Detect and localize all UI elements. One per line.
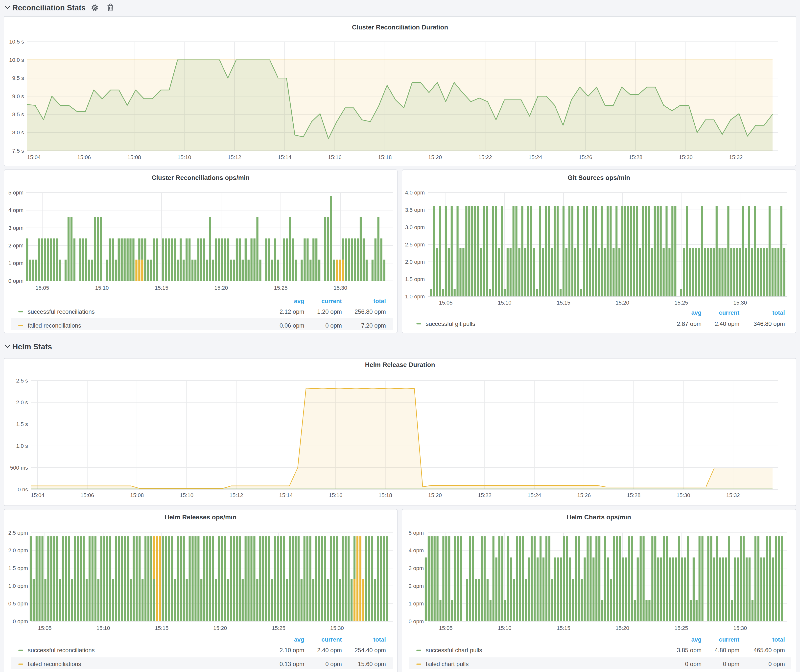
svg-text:avg: avg bbox=[294, 636, 304, 643]
svg-text:15:24: 15:24 bbox=[527, 492, 541, 498]
svg-text:successful chart pulls: successful chart pulls bbox=[426, 647, 482, 653]
svg-text:1.5 s: 1.5 s bbox=[16, 421, 28, 427]
svg-text:15:30: 15:30 bbox=[679, 154, 693, 160]
svg-text:15:20: 15:20 bbox=[214, 285, 228, 291]
svg-text:2 opm: 2 opm bbox=[8, 242, 24, 249]
svg-text:15:06: 15:06 bbox=[80, 492, 94, 498]
svg-text:15:15: 15:15 bbox=[155, 285, 168, 291]
svg-text:15:25: 15:25 bbox=[674, 625, 688, 631]
svg-text:500 ms: 500 ms bbox=[10, 465, 28, 471]
svg-text:Helm Stats: Helm Stats bbox=[12, 342, 52, 351]
svg-text:4.80 opm: 4.80 opm bbox=[715, 647, 739, 653]
svg-text:15:12: 15:12 bbox=[230, 492, 243, 498]
svg-text:8.0 s: 8.0 s bbox=[12, 130, 24, 136]
svg-text:15:18: 15:18 bbox=[379, 492, 392, 498]
svg-text:346.80 opm: 346.80 opm bbox=[754, 320, 785, 327]
svg-text:0 opm: 0 opm bbox=[325, 661, 342, 667]
svg-text:successful reconciliations: successful reconciliations bbox=[28, 647, 95, 653]
svg-text:4.0 opm: 4.0 opm bbox=[405, 190, 425, 196]
svg-text:2.5 opm: 2.5 opm bbox=[8, 530, 28, 536]
svg-text:1.5 opm: 1.5 opm bbox=[405, 276, 425, 282]
svg-text:2.87 opm: 2.87 opm bbox=[677, 320, 702, 327]
svg-text:15:05: 15:05 bbox=[35, 285, 49, 291]
svg-text:2.10 opm: 2.10 opm bbox=[280, 647, 304, 653]
svg-text:current: current bbox=[719, 309, 739, 316]
svg-text:0.5 opm: 0.5 opm bbox=[8, 600, 28, 607]
svg-text:15.60 opm: 15.60 opm bbox=[358, 661, 386, 667]
svg-text:15:30: 15:30 bbox=[733, 625, 747, 631]
svg-text:successful reconciliations: successful reconciliations bbox=[28, 308, 95, 315]
svg-text:15:25: 15:25 bbox=[674, 300, 688, 306]
svg-text:15:14: 15:14 bbox=[278, 154, 291, 160]
svg-text:15:05: 15:05 bbox=[439, 625, 453, 631]
svg-text:15:08: 15:08 bbox=[127, 154, 141, 160]
svg-text:0.06 opm: 0.06 opm bbox=[280, 322, 304, 329]
svg-text:7.20 opm: 7.20 opm bbox=[361, 322, 386, 329]
svg-text:2.5 s: 2.5 s bbox=[16, 378, 28, 384]
svg-text:15:20: 15:20 bbox=[428, 154, 442, 160]
svg-text:15:08: 15:08 bbox=[130, 492, 144, 498]
svg-text:failed reconciliations: failed reconciliations bbox=[28, 322, 81, 329]
svg-text:15:16: 15:16 bbox=[329, 492, 342, 498]
svg-text:8.5 s: 8.5 s bbox=[12, 111, 24, 118]
svg-text:15:25: 15:25 bbox=[272, 625, 285, 631]
svg-text:2.40 opm: 2.40 opm bbox=[317, 647, 342, 653]
svg-text:3.0 opm: 3.0 opm bbox=[405, 224, 425, 230]
svg-text:4 opm: 4 opm bbox=[409, 547, 424, 554]
svg-text:2 opm: 2 opm bbox=[409, 583, 424, 589]
svg-text:15:25: 15:25 bbox=[274, 285, 288, 291]
svg-text:2.0 opm: 2.0 opm bbox=[8, 547, 28, 554]
svg-text:total: total bbox=[373, 298, 386, 304]
svg-text:254.40 opm: 254.40 opm bbox=[355, 647, 386, 653]
svg-text:2.40 opm: 2.40 opm bbox=[715, 320, 739, 327]
svg-text:15:30: 15:30 bbox=[733, 300, 747, 306]
svg-text:15:22: 15:22 bbox=[478, 154, 492, 160]
svg-text:15:04: 15:04 bbox=[31, 492, 44, 498]
svg-text:2.0 s: 2.0 s bbox=[16, 399, 28, 406]
svg-text:15:26: 15:26 bbox=[579, 154, 592, 160]
svg-text:3 opm: 3 opm bbox=[409, 565, 424, 571]
svg-text:0 opm: 0 opm bbox=[723, 661, 739, 667]
svg-text:15:20: 15:20 bbox=[428, 492, 442, 498]
svg-text:current: current bbox=[719, 636, 739, 643]
svg-text:15:05: 15:05 bbox=[38, 625, 51, 631]
svg-text:2.0 opm: 2.0 opm bbox=[405, 259, 425, 265]
svg-text:3.5 opm: 3.5 opm bbox=[405, 207, 425, 213]
svg-text:15:10: 15:10 bbox=[96, 625, 110, 631]
svg-text:Helm Releases ops/min: Helm Releases ops/min bbox=[165, 514, 237, 521]
svg-text:Cluster Reconciliation Duratio: Cluster Reconciliation Duration bbox=[352, 24, 448, 31]
svg-text:successful git pulls: successful git pulls bbox=[426, 320, 475, 327]
svg-text:1.20 opm: 1.20 opm bbox=[317, 308, 342, 315]
svg-text:15:16: 15:16 bbox=[328, 154, 342, 160]
svg-text:15:10: 15:10 bbox=[95, 285, 109, 291]
svg-text:2.12 opm: 2.12 opm bbox=[280, 308, 304, 315]
svg-text:total: total bbox=[772, 636, 785, 643]
svg-text:avg: avg bbox=[691, 309, 702, 316]
svg-text:9.0 s: 9.0 s bbox=[12, 93, 24, 99]
svg-text:Cluster Reconciliations ops/mi: Cluster Reconciliations ops/min bbox=[152, 174, 250, 181]
svg-text:256.80 opm: 256.80 opm bbox=[355, 308, 386, 315]
svg-text:0.13 opm: 0.13 opm bbox=[280, 661, 304, 667]
svg-text:1.0 opm: 1.0 opm bbox=[8, 583, 28, 589]
svg-text:0 opm: 0 opm bbox=[685, 661, 702, 667]
svg-text:5 opm: 5 opm bbox=[409, 530, 424, 536]
svg-text:465.60 opm: 465.60 opm bbox=[754, 647, 785, 653]
svg-text:15:10: 15:10 bbox=[498, 300, 511, 306]
svg-text:15:14: 15:14 bbox=[279, 492, 293, 498]
svg-text:1.0 s: 1.0 s bbox=[16, 443, 28, 449]
svg-text:15:15: 15:15 bbox=[155, 625, 168, 631]
svg-text:3.85 opm: 3.85 opm bbox=[677, 647, 702, 653]
svg-text:10.5 s: 10.5 s bbox=[9, 38, 24, 45]
svg-text:15:20: 15:20 bbox=[213, 625, 227, 631]
svg-text:failed reconciliations: failed reconciliations bbox=[28, 661, 81, 667]
svg-text:Reconciliation Stats: Reconciliation Stats bbox=[12, 3, 86, 12]
svg-text:15:28: 15:28 bbox=[629, 154, 642, 160]
svg-text:15:24: 15:24 bbox=[528, 154, 542, 160]
svg-text:5 opm: 5 opm bbox=[8, 190, 24, 196]
svg-text:15:32: 15:32 bbox=[726, 492, 740, 498]
svg-text:15:15: 15:15 bbox=[557, 625, 570, 631]
svg-text:15:28: 15:28 bbox=[627, 492, 640, 498]
svg-text:total: total bbox=[373, 636, 386, 643]
svg-text:15:32: 15:32 bbox=[729, 154, 742, 160]
svg-text:15:10: 15:10 bbox=[178, 154, 191, 160]
